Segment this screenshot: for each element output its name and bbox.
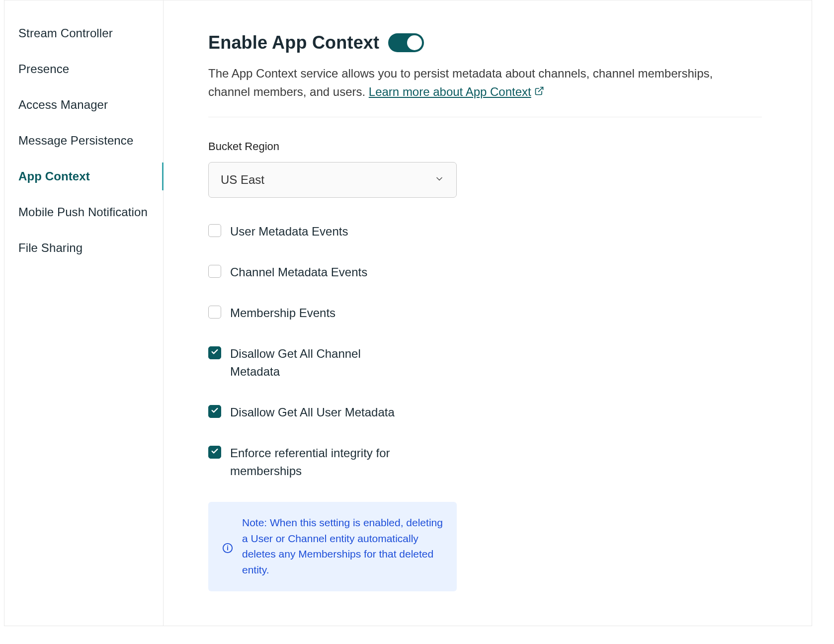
check-icon (211, 348, 219, 358)
checkbox-enforce-referential-integrity[interactable]: Enforce referential integrity for member… (208, 444, 762, 480)
checkbox-list: User Metadata Events Channel Metadata Ev… (208, 223, 762, 480)
external-link-icon (534, 82, 544, 101)
checkbox-disallow-get-all-user-metadata[interactable]: Disallow Get All User Metadata (208, 403, 762, 421)
checkbox-box (208, 446, 221, 459)
learn-more-label: Learn more about App Context (369, 82, 531, 101)
checkbox-label: Channel Metadata Events (230, 263, 367, 281)
sidebar-item-mobile-push-notification[interactable]: Mobile Push Notification (18, 194, 163, 230)
chevron-down-icon (434, 173, 444, 187)
checkbox-user-metadata-events[interactable]: User Metadata Events (208, 223, 762, 241)
svg-line-0 (538, 87, 543, 92)
toggle-knob (407, 35, 422, 50)
checkbox-box (208, 346, 221, 359)
sidebar-item-access-manager[interactable]: Access Manager (18, 87, 163, 123)
checkbox-channel-metadata-events[interactable]: Channel Metadata Events (208, 263, 762, 281)
note-text: Note: When this setting is enabled, dele… (242, 515, 443, 577)
page-title: Enable App Context (208, 32, 379, 53)
settings-panel: Stream Controller Presence Access Manage… (4, 0, 812, 626)
checkbox-disallow-get-all-channel-metadata[interactable]: Disallow Get All Channel Metadata (208, 345, 762, 381)
checkbox-membership-events[interactable]: Membership Events (208, 304, 762, 322)
bucket-region-label: Bucket Region (208, 140, 762, 153)
main-content: Enable App Context The App Context servi… (164, 0, 812, 626)
enable-app-context-toggle[interactable] (388, 33, 424, 52)
bucket-region-field: Bucket Region US East (208, 140, 762, 198)
note-box: Note: When this setting is enabled, dele… (208, 502, 457, 591)
divider (208, 117, 762, 117)
checkbox-box (208, 224, 221, 237)
checkbox-label: Disallow Get All User Metadata (230, 403, 395, 421)
checkbox-label: Enforce referential integrity for member… (230, 444, 409, 480)
checkbox-box (208, 405, 221, 418)
check-icon (211, 406, 219, 416)
sidebar-item-file-sharing[interactable]: File Sharing (18, 230, 163, 266)
learn-more-link[interactable]: Learn more about App Context (369, 82, 544, 101)
bucket-region-select[interactable]: US East (208, 162, 457, 198)
check-icon (211, 447, 219, 457)
sidebar: Stream Controller Presence Access Manage… (4, 0, 164, 626)
checkbox-label: User Metadata Events (230, 223, 348, 241)
checkbox-label: Membership Events (230, 304, 335, 322)
sidebar-item-message-persistence[interactable]: Message Persistence (18, 123, 163, 159)
sidebar-item-presence[interactable]: Presence (18, 51, 163, 87)
bucket-region-value: US East (221, 173, 264, 187)
checkbox-box (208, 265, 221, 278)
sidebar-item-stream-controller[interactable]: Stream Controller (18, 15, 163, 51)
title-row: Enable App Context (208, 32, 762, 53)
description: The App Context service allows you to pe… (208, 64, 755, 101)
checkbox-box (208, 306, 221, 319)
checkbox-label: Disallow Get All Channel Metadata (230, 345, 409, 381)
sidebar-item-app-context[interactable]: App Context (18, 159, 163, 194)
info-icon (222, 543, 233, 556)
